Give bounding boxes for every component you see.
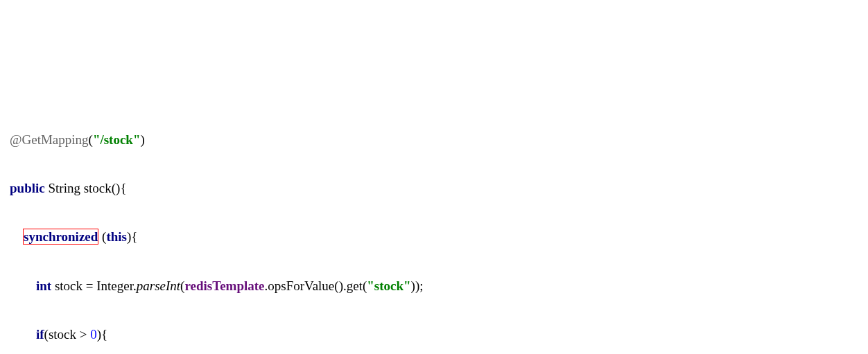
code-line: synchronized (this){ (10, 224, 858, 249)
keyword-if: if (36, 327, 44, 342)
code-line: int stock = Integer.parseInt(redisTempla… (10, 274, 858, 298)
code-line: @GetMapping("/stock") (10, 127, 858, 152)
method-name: stock (84, 181, 112, 195)
keyword-synchronized: synchronized (23, 229, 98, 245)
field: redisTemplate (184, 278, 264, 293)
keyword-this: this (106, 229, 127, 244)
type: String (48, 181, 80, 195)
variable: stock (55, 278, 83, 293)
code-block: @GetMapping("/stock") public String stoc… (10, 103, 858, 354)
annotation: @GetMapping (10, 132, 89, 147)
keyword-int: int (36, 278, 51, 293)
code-line: if(stock > 0){ (10, 322, 858, 346)
code-line: public String stock(){ (10, 176, 858, 200)
static-method: parseInt (137, 278, 180, 293)
string-literal: "/stock" (93, 132, 141, 147)
method-call: get (347, 278, 363, 293)
keyword-public: public (10, 181, 45, 195)
string-literal: "stock" (367, 278, 410, 293)
variable: stock (49, 327, 76, 342)
paren: ) (140, 132, 144, 147)
class-name: Integer (96, 278, 133, 293)
number-literal: 0 (90, 327, 97, 342)
method-call: opsForValue (268, 278, 334, 293)
